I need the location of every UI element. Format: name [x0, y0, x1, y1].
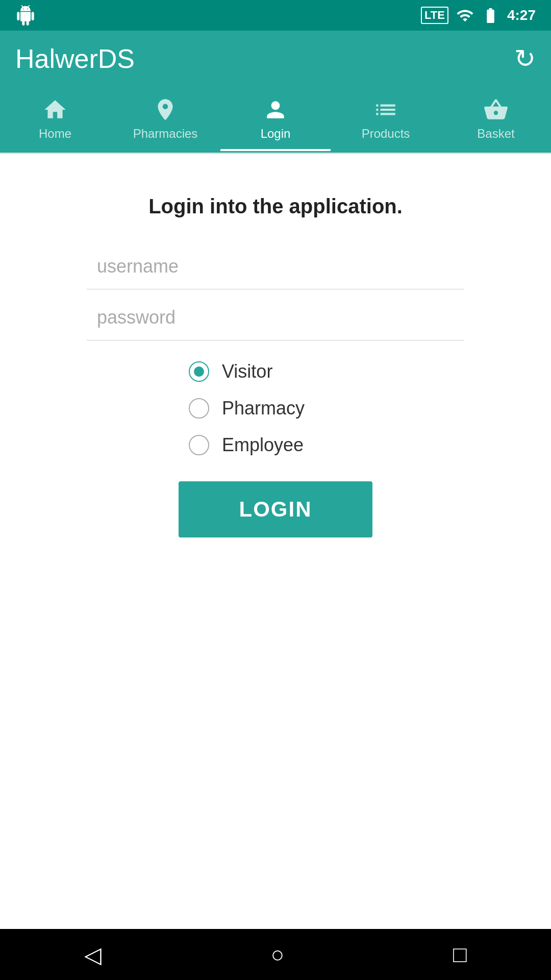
basket-icon: [483, 97, 509, 122]
tab-login[interactable]: Login: [220, 87, 331, 151]
home-icon: [42, 97, 68, 122]
status-bar: LTE 4:27: [0, 0, 551, 31]
tab-basket-label: Basket: [477, 127, 514, 141]
bottom-nav-bar: ◁ ○ □: [0, 929, 551, 980]
tab-pharmacies-label: Pharmacies: [133, 127, 198, 141]
tab-pharmacies[interactable]: Pharmacies: [110, 87, 220, 151]
lte-badge: LTE: [421, 7, 448, 24]
login-button[interactable]: LOGIN: [179, 481, 372, 537]
battery-icon: [482, 7, 499, 24]
pharmacies-icon: [153, 97, 178, 122]
login-title: Login into the application.: [148, 195, 403, 218]
radio-circle-pharmacy: [189, 398, 209, 419]
tab-home-label: Home: [39, 127, 71, 141]
recent-apps-button[interactable]: □: [453, 942, 467, 967]
radio-inner-visitor: [194, 366, 204, 377]
home-button[interactable]: ○: [270, 942, 284, 967]
radio-employee[interactable]: Employee: [189, 434, 304, 456]
status-bar-right: LTE 4:27: [421, 7, 536, 24]
signal-icon: [456, 7, 474, 24]
time-display: 4:27: [507, 7, 536, 23]
radio-circle-visitor: [189, 361, 209, 382]
radio-pharmacy[interactable]: Pharmacy: [189, 398, 305, 419]
tab-basket[interactable]: Basket: [441, 87, 551, 151]
radio-visitor[interactable]: Visitor: [189, 361, 272, 382]
username-input[interactable]: [87, 243, 464, 289]
status-bar-left: [15, 5, 36, 26]
android-icon: [15, 5, 36, 26]
app-title: HalwerDS: [15, 43, 135, 74]
tab-home[interactable]: Home: [0, 87, 110, 151]
radio-circle-employee: [189, 435, 209, 455]
role-radio-group: Visitor Pharmacy Employee: [87, 361, 464, 456]
tab-products[interactable]: Products: [331, 87, 441, 151]
main-content: Login into the application. Visitor Phar…: [0, 154, 551, 935]
back-button[interactable]: ◁: [84, 942, 102, 968]
app-bar: HalwerDS ↻: [0, 31, 551, 87]
login-icon: [263, 97, 288, 122]
radio-label-employee: Employee: [222, 434, 304, 456]
refresh-button[interactable]: ↻: [514, 44, 536, 74]
tab-login-label: Login: [261, 127, 291, 141]
tab-products-label: Products: [362, 127, 410, 141]
nav-tabs: Home Pharmacies Login Products Basket: [0, 87, 551, 153]
password-input[interactable]: [87, 295, 464, 340]
products-icon: [373, 97, 398, 122]
radio-label-visitor: Visitor: [222, 361, 272, 382]
radio-label-pharmacy: Pharmacy: [222, 398, 305, 419]
